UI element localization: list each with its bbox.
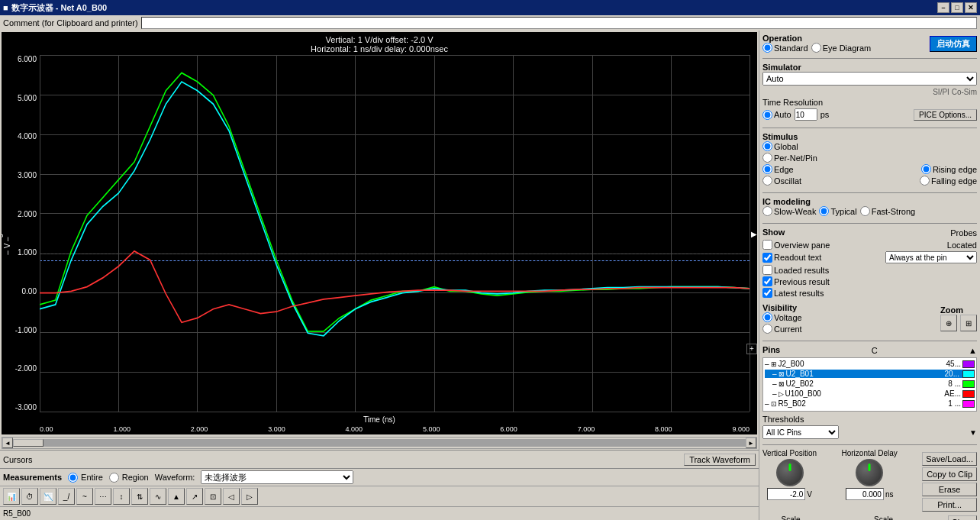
- scroll-track[interactable]: [13, 439, 746, 447]
- global-radio[interactable]: [762, 141, 772, 151]
- per-net-radio[interactable]: [762, 153, 772, 163]
- typical-radio-label[interactable]: Typical: [819, 206, 856, 216]
- voltage-radio-label[interactable]: Voltage: [762, 312, 802, 322]
- track-waveform-button[interactable]: Track Waveform: [684, 454, 756, 466]
- save-load-button[interactable]: Save/Load...: [922, 452, 977, 466]
- readout-text-checkbox-label[interactable]: Readout text: [762, 253, 821, 263]
- measurements-toolbar: 📊 ⏱ 📉 _/ ~ ⋯ ↕ ⇅ ∿ ▲ ↗ ⊡ ◁ ▷: [0, 486, 759, 506]
- scroll-thumb[interactable]: [13, 439, 44, 447]
- oscillat-radio[interactable]: [762, 176, 772, 186]
- thresholds-select-row: All IC Pins ▼: [762, 425, 977, 439]
- toolbar-btn-14[interactable]: ▷: [241, 488, 258, 505]
- falling-edge-radio-label[interactable]: Falling edge: [920, 176, 977, 186]
- toolbar-btn-10[interactable]: ▲: [168, 488, 185, 505]
- loaded-results-checkbox-label[interactable]: Loaded results: [762, 265, 829, 275]
- region-radio[interactable]: [109, 473, 119, 483]
- toolbar-btn-4[interactable]: _/: [58, 488, 75, 505]
- region-radio-label[interactable]: Region: [109, 473, 149, 483]
- expand-bottom-right[interactable]: +: [746, 344, 757, 354]
- probes-location-select[interactable]: Always at the pin: [885, 251, 977, 263]
- waveform-label: Waveform:: [155, 473, 195, 482]
- osc-header: Vertical: 1 V/div offset: -2.0 V Horizon…: [2, 32, 757, 55]
- pin-row-u2-b02[interactable]: – ⊠ U2_B02 8 ...: [765, 380, 975, 388]
- toolbar-btn-2[interactable]: ⏱: [21, 488, 38, 505]
- thresholds-select[interactable]: All IC Pins: [762, 425, 839, 439]
- pin-row-j2-b00[interactable]: – ⊞ J2_B00 45...: [765, 360, 975, 368]
- horizontal-scrollbar[interactable]: ◄ ►: [2, 437, 757, 449]
- latest-results-checkbox[interactable]: [762, 288, 772, 298]
- previous-results-checkbox[interactable]: [762, 276, 772, 286]
- horiz-delay-knob[interactable]: [856, 459, 883, 486]
- simulator-select[interactable]: Auto HSPICE: [762, 72, 977, 86]
- pin-row-r5-b02[interactable]: – ⊡ R5_B02 1 ...: [765, 399, 975, 408]
- typical-radio[interactable]: [819, 206, 829, 216]
- waveform-select[interactable]: 未选择波形: [201, 470, 353, 484]
- fast-strong-radio-label[interactable]: Fast-Strong: [860, 206, 915, 216]
- auto-tr-radio[interactable]: [762, 110, 772, 120]
- toolbar-btn-6[interactable]: ⋯: [95, 488, 111, 505]
- oscilloscope-display: Vertical: 1 V/div offset: -2.0 V Horizon…: [2, 32, 757, 434]
- pice-options-button[interactable]: PICE Options...: [914, 109, 977, 121]
- edge-radio-label[interactable]: Edge: [762, 164, 794, 174]
- current-radio[interactable]: [762, 324, 772, 334]
- toolbar-btn-13[interactable]: ◁: [223, 488, 240, 505]
- toolbar-btn-9[interactable]: ∿: [150, 488, 166, 505]
- latest-results-checkbox-label[interactable]: Latest results: [762, 288, 824, 298]
- plot-area[interactable]: [40, 55, 750, 412]
- slow-weak-radio-label[interactable]: Slow-Weak: [762, 206, 816, 216]
- copy-to-clip-button[interactable]: Copy to Clip: [922, 467, 977, 481]
- vert-pos-knob[interactable]: [776, 459, 804, 486]
- knobs-section: Vertical Position V Horizontal Delay ns: [762, 449, 977, 512]
- entire-radio-label[interactable]: Entire: [68, 473, 103, 483]
- start-sim-button[interactable]: 启动仿真: [930, 36, 977, 52]
- current-radio-label[interactable]: Current: [762, 324, 802, 334]
- eye-diagram-radio[interactable]: [811, 43, 821, 53]
- comment-input[interactable]: [141, 17, 977, 29]
- erase-button[interactable]: Erase: [922, 483, 977, 496]
- close-button[interactable]: ✕: [965, 2, 977, 13]
- overview-pane-checkbox[interactable]: [762, 240, 772, 250]
- overview-pane-checkbox-label[interactable]: Overview pane: [762, 240, 830, 250]
- x-axis-title: Time (ns): [363, 415, 395, 424]
- maximize-button[interactable]: □: [951, 2, 963, 13]
- slow-weak-radio[interactable]: [762, 206, 772, 216]
- eye-diagram-radio-label[interactable]: Eye Diagram: [811, 43, 872, 53]
- toolbar-btn-12[interactable]: ⊡: [205, 488, 221, 505]
- waveform-svg: [40, 55, 750, 412]
- pin-row-u100-b00[interactable]: – ▷ U100_B00 AE...: [765, 389, 975, 398]
- voltage-radio[interactable]: [762, 312, 772, 322]
- scroll-right-arrow[interactable]: ►: [746, 438, 756, 448]
- horiz-delay-input[interactable]: [846, 488, 884, 500]
- rising-edge-radio[interactable]: [921, 164, 931, 174]
- pin-row-u2-b01[interactable]: – ⊠ U2_B01 20...: [765, 370, 975, 378]
- zoom-out-button[interactable]: ⊞: [960, 315, 977, 331]
- vert-pos-input[interactable]: [767, 488, 805, 500]
- global-radio-label[interactable]: Global: [762, 141, 798, 151]
- print-button[interactable]: Print...: [922, 498, 977, 512]
- rising-edge-radio-label[interactable]: Rising edge: [921, 164, 977, 174]
- expand-right[interactable]: ▶: [751, 229, 757, 237]
- loaded-results-checkbox[interactable]: [762, 265, 772, 275]
- fast-strong-radio[interactable]: [860, 206, 870, 216]
- standard-radio-label[interactable]: Standard: [762, 43, 808, 53]
- toolbar-btn-7[interactable]: ↕: [113, 488, 130, 505]
- previous-results-checkbox-label[interactable]: Previous result: [762, 276, 830, 286]
- falling-edge-radio[interactable]: [920, 176, 930, 186]
- entire-radio[interactable]: [68, 473, 78, 483]
- tr-value-input[interactable]: [795, 108, 817, 121]
- toolbar-btn-11[interactable]: ↗: [186, 488, 203, 505]
- minimize-button[interactable]: –: [937, 2, 949, 13]
- close-button[interactable]: Close: [948, 515, 977, 520]
- oscillat-radio-label[interactable]: Oscillat: [762, 176, 801, 186]
- zoom-in-button[interactable]: ⊕: [940, 315, 957, 331]
- toolbar-btn-8[interactable]: ⇅: [131, 488, 148, 505]
- readout-text-checkbox[interactable]: [762, 253, 772, 263]
- toolbar-btn-5[interactable]: ~: [76, 488, 93, 505]
- standard-radio[interactable]: [762, 43, 772, 53]
- scroll-left-arrow[interactable]: ◄: [2, 438, 13, 448]
- per-net-radio-label[interactable]: Per-Net/Pin: [762, 153, 817, 163]
- toolbar-btn-3[interactable]: 📉: [40, 488, 56, 505]
- edge-radio[interactable]: [762, 164, 772, 174]
- auto-tr-radio-label[interactable]: Auto: [762, 110, 791, 120]
- toolbar-btn-1[interactable]: 📊: [3, 488, 20, 505]
